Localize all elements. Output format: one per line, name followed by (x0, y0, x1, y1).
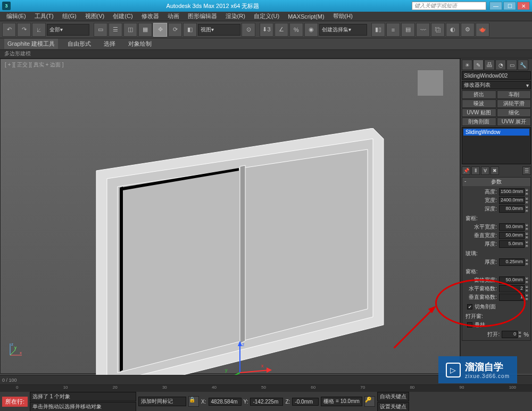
coord-z-input[interactable]: -0.0mm (292, 398, 319, 406)
mod-btn-uvwmap[interactable]: UVW 贴图 (462, 108, 496, 117)
ribbon-paint[interactable]: 对象绘制 (125, 39, 155, 49)
ribbon-freeform[interactable]: 自由形式 (64, 39, 94, 49)
spinner-width[interactable]: 2400.0mm (499, 197, 525, 204)
menu-create[interactable]: 创建(C) (109, 12, 137, 20)
auto-key-button[interactable]: 自动关键点 (377, 392, 409, 401)
modifier-list-combo[interactable]: 修改器列表▾ (462, 81, 531, 89)
menu-help[interactable]: 帮助(H) (329, 12, 357, 20)
window-crossing-button[interactable]: ▦ (138, 23, 152, 37)
schematic-button[interactable]: ⿻ (431, 23, 445, 37)
label-vpanels: 垂直窗格数: (464, 293, 499, 301)
group-rails: 窗格: (464, 267, 529, 275)
add-time-tag[interactable]: 添加时间标记 (138, 397, 186, 406)
menu-maxscript[interactable]: MAXScript(M) (284, 13, 328, 20)
make-unique-button[interactable]: ∀ (481, 166, 489, 175)
mod-btn-noise[interactable]: 噪波 (462, 99, 496, 108)
help-search-input[interactable]: 键入关键字或短语 (412, 2, 486, 10)
spinner-fthick[interactable]: 5.0mm (499, 240, 525, 248)
lock-selection-button[interactable]: 🔒 (188, 396, 199, 407)
spinner-vpanels[interactable]: 1 (499, 293, 525, 301)
move-button[interactable]: ✥ (153, 23, 167, 37)
track-bar[interactable]: 0102030405060708090100 (0, 384, 532, 392)
rollout-head-params[interactable]: 参数 (462, 178, 530, 186)
mod-btn-uvwunwrap[interactable]: UVW 展开 (497, 118, 531, 126)
checkbox-chamfer[interactable]: ✔ (467, 304, 472, 309)
spinner-snap[interactable]: ◉ (304, 23, 318, 37)
tab-hierarchy[interactable]: 品 (484, 60, 495, 70)
tab-modify[interactable]: ✎ (473, 60, 484, 70)
select-button[interactable]: ▭ (94, 23, 107, 37)
selection-scope-combo[interactable]: 全部 ▾ (47, 24, 89, 36)
rotate-button[interactable]: ⟳ (168, 23, 182, 37)
maximize-button[interactable]: ☐ (503, 2, 516, 10)
minimize-button[interactable]: — (489, 2, 502, 10)
tab-motion[interactable]: ◔ (495, 60, 506, 70)
spinner-gthick[interactable]: 0.25mm (499, 258, 525, 266)
spinner-depth[interactable]: 80.0mm (499, 205, 525, 213)
angle-snap[interactable]: ∠ (275, 23, 288, 37)
select-name-button[interactable]: ☰ (109, 23, 122, 37)
close-button[interactable]: ✕ (517, 2, 530, 10)
modifier-stack[interactable]: SlidingWindow (462, 127, 531, 164)
coord-y-input[interactable]: -142.225m (250, 398, 283, 406)
viewcube[interactable] (417, 70, 444, 96)
menu-edit[interactable]: 编辑(E) (2, 12, 30, 20)
spinner-railwidth[interactable]: 50.0mm (499, 276, 525, 284)
menu-customize[interactable]: 自定义(U) (250, 12, 284, 20)
ribbon-select[interactable]: 选择 (101, 39, 119, 49)
menu-tools[interactable]: 工具(T) (30, 12, 58, 20)
viewport-label[interactable]: [ + ][ 正交 ][ 真实 + 边面 ] (5, 61, 64, 69)
ribbon-graphite[interactable]: Graphite 建模工具 (4, 39, 58, 49)
select-region-button[interactable]: ◫ (123, 23, 137, 37)
stack-item-slidingwindow[interactable]: SlidingWindow (463, 129, 529, 136)
spinner-vwidth[interactable]: 50.0mm (499, 232, 525, 239)
named-selset-combo[interactable]: 创建选择集 ▾ (319, 24, 367, 36)
remove-mod-button[interactable]: ✖ (491, 166, 499, 175)
spinner-open[interactable]: 0 (502, 331, 518, 338)
mod-btn-tessellate[interactable]: 细化 (497, 108, 531, 117)
menu-graph[interactable]: 图形编辑器 (184, 12, 221, 20)
tab-display[interactable]: ▭ (506, 60, 517, 70)
tab-create[interactable]: ☀ (462, 60, 472, 70)
percent-snap[interactable]: % (289, 23, 303, 37)
mod-btn-bevelprofile[interactable]: 剖角剖面 (462, 118, 496, 126)
spinner-hwidth[interactable]: 50.0mm (499, 223, 525, 231)
viewport-perspective[interactable]: [ + ][ 正交 ][ 真实 + 边面 ] z y x (0, 58, 460, 374)
spinner-hpanels[interactable]: 2 (499, 285, 525, 292)
mod-btn-lathe[interactable]: 车削 (497, 90, 531, 99)
menu-group[interactable]: 组(G) (58, 12, 81, 20)
layers-button[interactable]: ▤ (401, 23, 415, 37)
watermark-overlay: ▷ 溜溜自学 zixue.3d66.com (438, 356, 517, 383)
axis-tripod-icon: z x y (8, 341, 24, 357)
undo-button[interactable]: ↶ (2, 23, 16, 37)
pin-stack-button[interactable]: 📌 (462, 166, 470, 175)
curve-editor-button[interactable]: 〰 (416, 23, 430, 37)
menu-animation[interactable]: 动画 (163, 12, 184, 20)
mod-btn-turbosmooth[interactable]: 涡轮平滑 (497, 99, 531, 108)
coord-x-input[interactable]: 4828.584m (209, 398, 242, 406)
label-width: 宽度: (464, 197, 499, 204)
link-button[interactable]: ⟀ (32, 23, 46, 37)
mirror-button[interactable]: ▮▯ (371, 23, 385, 37)
key-mode-button[interactable]: 🔑 (364, 396, 375, 407)
render-setup-button[interactable]: ⚙ (461, 23, 475, 37)
scale-button[interactable]: ◧ (183, 23, 197, 37)
refcoord-combo[interactable]: 视图 ▾ (198, 24, 240, 36)
material-editor-button[interactable]: ◐ (446, 23, 460, 37)
menu-render[interactable]: 渲染(R) (221, 12, 250, 20)
snap-toggle[interactable]: ⬇3 (260, 23, 273, 37)
spinner-height[interactable]: 1500.0mm (499, 188, 525, 196)
redo-button[interactable]: ↷ (17, 23, 31, 37)
mod-btn-extrude[interactable]: 挤出 (462, 90, 496, 99)
checkbox-hung[interactable] (467, 322, 472, 328)
menu-view[interactable]: 视图(V) (81, 12, 109, 20)
object-name-input[interactable] (462, 71, 531, 80)
render-button[interactable]: 🫖 (476, 23, 489, 37)
tab-utilities[interactable]: 🔧 (518, 60, 528, 70)
menu-modifiers[interactable]: 修改器 (137, 12, 163, 20)
pivot-button[interactable]: ⊙ (242, 23, 255, 37)
configure-sets-button[interactable]: ☰ (522, 166, 531, 175)
set-key-button[interactable]: 设置关键点 (377, 402, 409, 412)
show-end-result-button[interactable]: Ⅱ (471, 166, 480, 175)
align-button[interactable]: ≡ (386, 23, 400, 37)
